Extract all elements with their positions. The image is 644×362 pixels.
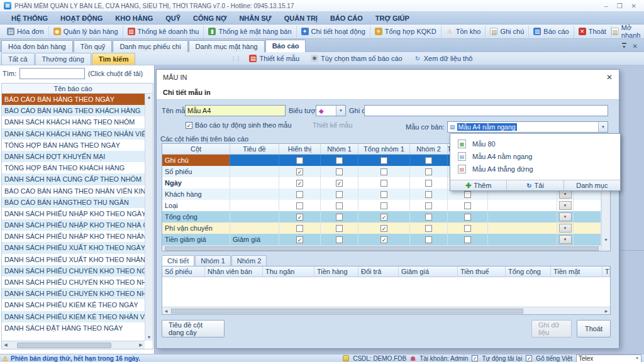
close-button[interactable]: ✕	[631, 3, 636, 9]
report-toolbar-refresh[interactable]: ↻Xem dữ liệu thô	[409, 53, 478, 63]
report-list-item[interactable]: DANH SÁCH PHIẾU NHẬP KHO THEO NHÂN VIÊN …	[2, 231, 145, 242]
checkbox-icon[interactable]	[380, 157, 387, 164]
tree-header-button[interactable]: Tiêu đề cột dạng cây	[162, 320, 225, 337]
doc-tab-1[interactable]: Hóa đơn bán hàng	[1, 40, 73, 52]
template-option[interactable]: ▤Mẫu A4 thẳng đứng	[450, 163, 620, 175]
autogen-checkbox[interactable]: ✓	[186, 122, 192, 129]
report-list-item[interactable]: BÁO CÁO BÁN HÀNG THEO KHÁCH HÀNG	[2, 105, 145, 116]
exit-button[interactable]: Thoát	[577, 320, 611, 337]
toolbar-item-report[interactable]: ▥Báo cáo	[529, 26, 574, 38]
hscroll-thumb[interactable]	[171, 309, 523, 314]
checkbox-icon[interactable]	[464, 214, 471, 221]
menu-item-công-nợ[interactable]: CÔNG NỢ	[187, 13, 233, 23]
checkbox-icon[interactable]	[380, 168, 387, 175]
thiet-ke-mau-link[interactable]: Thiết kế mẫu	[313, 121, 353, 129]
report-list-item[interactable]: DANH SÁCH KHÁCH HÀNG THEO NHÂN VIÊN	[2, 128, 145, 140]
close-tab-icon[interactable]: ✕	[633, 43, 638, 50]
doc-tab-4[interactable]: Danh mục mặt hàng	[189, 40, 265, 52]
template-danh-mục-button[interactable]: Danh mục	[564, 180, 620, 190]
bieu-tuong-combo[interactable]: ◆ ▼	[316, 105, 346, 116]
report-toolbar-gear[interactable]: ✱Tùy chọn tham số báo cáo	[306, 53, 408, 63]
menu-item-hệ-thống[interactable]: HỆ THỐNG	[5, 13, 54, 23]
sub-tab-3[interactable]: Tìm kiếm	[92, 53, 136, 65]
doc-tab-5[interactable]: Báo cáo	[265, 40, 306, 52]
checkbox-icon[interactable]	[380, 180, 387, 187]
toolbar-item-sales-manage[interactable]: ◉Quản lý bán hàng	[49, 26, 123, 38]
checkbox-icon[interactable]	[380, 202, 387, 209]
ten-mau-input[interactable]	[185, 105, 286, 116]
checkbox-icon[interactable]	[380, 191, 387, 198]
checkbox-icon[interactable]	[464, 202, 471, 209]
chevron-down-icon[interactable]: ▼	[559, 224, 572, 233]
report-list-item[interactable]: DANH SÁCH ĐỢT KHUYẾN MẠI	[2, 151, 145, 162]
sub-tab-2[interactable]: Thường dùng	[35, 53, 91, 65]
quick-open-button[interactable]: ▤Mở nhanh	[611, 24, 644, 39]
sub-tab-1[interactable]: Tất cả	[1, 53, 35, 65]
checkbox-icon[interactable]	[425, 225, 432, 232]
scroll-left-icon[interactable]: ◀	[162, 309, 170, 313]
doc-tab-2[interactable]: Tồn quỹ	[74, 40, 113, 52]
dialog-close-icon[interactable]: ✕	[606, 73, 613, 82]
checkbox-icon[interactable]	[425, 157, 432, 164]
maximize-button[interactable]: ❐	[617, 3, 623, 9]
checkbox-checked-icon[interactable]: ✓	[296, 236, 303, 243]
mau-co-ban-combo[interactable]: ▤ Mẫu A4 nằm ngang ▼	[447, 121, 608, 133]
template-option[interactable]: ▦Mẫu 80	[450, 138, 620, 150]
chevron-down-icon[interactable]: ▼	[559, 212, 572, 221]
checkbox-checked-icon[interactable]: ✓	[380, 214, 387, 221]
checkbox-icon[interactable]	[296, 157, 303, 164]
report-list-item[interactable]: DANH SÁCH PHIẾU KIỂM KÊ THEO NGÀY	[2, 299, 145, 310]
report-toolbar-design-template[interactable]: ▤Thiết kế mẫu	[244, 53, 304, 63]
report-list-item[interactable]: DANH SÁCH PHIẾU CHUYỂN KHO THEO NHÂN VIÊ…	[2, 288, 145, 299]
checkbox-checked-icon[interactable]: ✓	[296, 168, 303, 175]
checkbox-icon[interactable]	[296, 191, 303, 198]
checkbox-icon[interactable]	[336, 168, 343, 175]
grid-row[interactable]: Loại▼	[162, 200, 601, 211]
grid-row[interactable]: Tiền giảm giáGiảm giá✓✓▼	[162, 234, 601, 245]
report-list-item[interactable]: DANH SÁCH PHIẾU NHẬP KHO THEO NHÀ CUNG C…	[2, 219, 145, 231]
input-method-select[interactable]: Telex ▼	[576, 354, 641, 362]
detail-tab-3[interactable]: Nhóm 2	[231, 255, 267, 266]
toolbar-item-invoice[interactable]: ▤Hóa đơn	[3, 26, 49, 38]
report-list-item[interactable]: BÁO CÁO BÁN HÀNG THEO NGÀY	[2, 94, 145, 105]
checkbox-icon[interactable]	[336, 202, 343, 209]
checkbox-checked-icon[interactable]: ✓	[296, 214, 303, 221]
toolbar-item-stock-warning[interactable]: ⚠Tồn kho	[441, 26, 486, 38]
checkbox-icon[interactable]	[425, 202, 432, 209]
checkbox-checked-icon[interactable]: ✓	[380, 225, 387, 232]
scroll-down-icon[interactable]: ▼	[147, 335, 152, 339]
hscroll-thumb[interactable]	[17, 343, 111, 348]
report-list-item[interactable]: DANH SÁCH PHIẾU XUẤT KHO THEO NHÂN VIÊN …	[2, 254, 145, 265]
report-list-item[interactable]: DANH SÁCH ĐẶT HÀNG THEO NGÀY	[2, 322, 145, 334]
report-list-item[interactable]: DANH SÁCH KHÁCH HÀNG THEO NHÓM	[2, 116, 145, 128]
template-tải-button[interactable]: ↻Tải	[507, 180, 564, 190]
checkbox-icon[interactable]	[425, 180, 432, 187]
detail-hscrollbar[interactable]: ◀ ▶	[162, 307, 610, 314]
checkbox-icon[interactable]	[336, 225, 343, 232]
checkbox-icon[interactable]	[336, 214, 343, 221]
checkbox-checked-icon[interactable]: ✓	[336, 180, 343, 187]
checkbox-icon[interactable]	[425, 191, 432, 198]
report-list-item[interactable]: TỔNG HỢP BÁN HÀNG THEO NGÀY	[2, 140, 145, 151]
scroll-right-icon[interactable]: ▶	[137, 343, 145, 348]
report-list-item[interactable]: BÁO CÁO BÁN HÀNGTHEO THU NGÂN	[2, 197, 145, 208]
hscroll-thumb[interactable]	[165, 246, 599, 251]
toolbar-item-kqkd[interactable]: ✳Tổng hợp KQKD	[370, 26, 441, 38]
grid-row[interactable]: Tổng cộng✓✓▼	[162, 211, 601, 222]
checkbox-icon[interactable]	[296, 225, 303, 232]
auto-reload-checkbox[interactable]: ✓	[472, 355, 478, 361]
minimize-button[interactable]: –	[604, 3, 608, 9]
ghi-chu-input[interactable]	[364, 105, 608, 116]
report-list-hscrollbar[interactable]: ◀ ▶	[2, 341, 145, 349]
menu-item-báo-cáo[interactable]: BÁO CÁO	[324, 13, 369, 23]
scroll-right-icon[interactable]: ▶	[602, 309, 610, 313]
toolbar-item-revenue-stats[interactable]: ▥Thống kê doanh thu	[123, 26, 204, 38]
scroll-left-icon[interactable]: ◀	[2, 343, 9, 348]
report-list-item[interactable]: TỔNG HỢP BÁN THEO KHÁCH HÀNG	[2, 162, 145, 173]
report-list-item[interactable]: DANH SÁCH PHIẾU XUẤT KHO THEO NGÀY	[2, 242, 145, 253]
toolbar-item-items-sold[interactable]: ▮Thống kê mặt hàng bán	[204, 26, 296, 38]
checkbox-icon[interactable]	[464, 225, 471, 232]
vietnamese-checkbox[interactable]: ✓	[526, 355, 532, 361]
checkbox-icon[interactable]	[464, 191, 471, 198]
checkbox-icon[interactable]	[464, 236, 471, 243]
